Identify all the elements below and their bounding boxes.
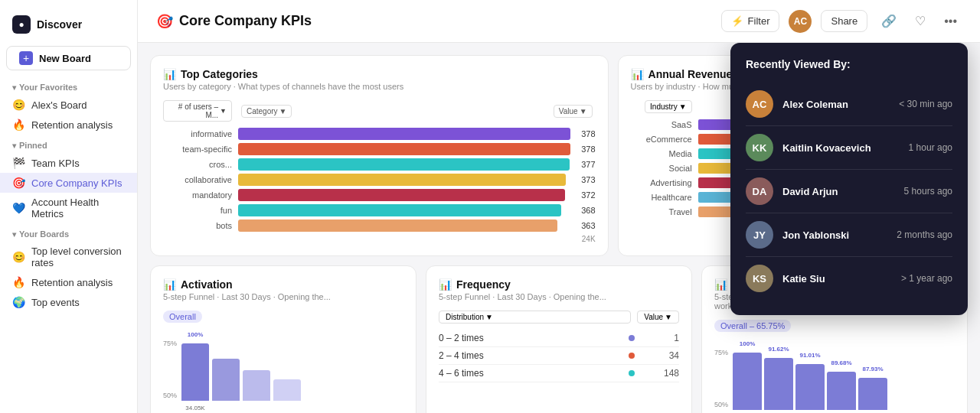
chevron-icon: ▼ (580, 107, 587, 115)
header: 🎯 Core Company KPIs ⚡ Filter AC Share 🔗 … (138, 0, 980, 43)
view-time: < 30 min ago (899, 99, 952, 109)
industry-label: Media (631, 149, 692, 158)
chart-icon: 📊 (163, 278, 176, 291)
top-categories-chart: informative 378 team-specific 378 cros..… (163, 128, 596, 232)
sidebar-section-label: ▾ Your Favorites (0, 76, 137, 95)
y-axis: 75% 50% (714, 349, 728, 410)
onboarding-bar-group: 91.62%20.55K (764, 358, 793, 410)
activation-overall-label: Overall (163, 311, 403, 323)
content-area: 📊 Top Categories Users by category · Wha… (138, 43, 980, 413)
frequency-value: 1 (641, 333, 679, 343)
link-icon-button[interactable]: 🔗 (877, 9, 901, 33)
value-col-header[interactable]: Value ▼ (637, 311, 679, 324)
bar-value: 378 (581, 129, 595, 138)
top-categories-card: 📊 Top Categories Users by category · Wha… (150, 55, 609, 256)
view-time: 1 hour ago (909, 142, 952, 153)
recently-viewed-item: KS Katie Siu > 1 year ago (746, 257, 952, 300)
sidebar-item-emoji: 🌍 (12, 296, 25, 308)
industry-label: Travel (631, 207, 692, 216)
activation-bar-group: 100%34.05K (181, 343, 209, 401)
sidebar-item-label: Core Company KPIs (31, 177, 122, 189)
bar-label: collaborative (163, 175, 232, 184)
sidebar-logo: ● Discover (0, 9, 137, 43)
sidebar-item-label: Retention analysis (31, 119, 113, 131)
onboarding-bar: 100%11.17K (733, 353, 762, 410)
heart-icon-button[interactable]: ♡ (910, 9, 930, 33)
channel-filter[interactable]: # of users – M... ▼ (163, 100, 232, 122)
frequency-value: 34 (641, 350, 679, 361)
bar-track (238, 204, 572, 216)
category-col-header[interactable]: Category ▼ (241, 105, 292, 118)
bar-value: 378 (581, 145, 595, 154)
user-avatar: JY (746, 221, 773, 249)
bar-track (238, 158, 572, 171)
industry-label: Advertising (631, 178, 692, 187)
onboarding-bar-group: 100%11.17K (733, 353, 762, 410)
chevron-icon: ▼ (279, 107, 287, 115)
sidebar-item[interactable]: 💙Account Health Metrics (0, 193, 137, 223)
sidebar-item-label: Retention analysis (31, 277, 113, 288)
chevron-icon: ▼ (220, 107, 227, 115)
sidebar: ● Discover + New Board ▾ Your Favorites😊… (0, 0, 138, 413)
more-options-button[interactable]: ••• (939, 10, 962, 33)
sidebar-item-emoji: 🎯 (12, 177, 25, 189)
value-col-header[interactable]: Value ▼ (554, 105, 593, 118)
frequency-table: 0 – 2 times 1 2 – 4 times 34 4 – 6 times… (439, 330, 679, 382)
sidebar-item[interactable]: 😊Top level conversion rates (0, 242, 137, 272)
industry-label: SaaS (631, 120, 692, 129)
sidebar-item-label: Alex's Board (31, 99, 87, 111)
bar-count-label: 34.05K (185, 405, 204, 411)
bar-track (238, 128, 572, 140)
industry-label: Healthcare (631, 193, 692, 202)
sidebar-item-label: Top level conversion rates (31, 246, 125, 268)
bar-fill (238, 189, 565, 201)
bar-row: informative 378 (163, 128, 596, 140)
bar-percent-label: 87.93% (862, 366, 883, 372)
user-name: David Arjun (782, 186, 895, 197)
bar-percent-label: 100% (188, 331, 203, 338)
share-button[interactable]: Share (821, 10, 867, 32)
recently-viewed-popup: Recently Viewed By: AC Alex Coleman < 30… (730, 43, 968, 315)
activation-bar-group (243, 370, 270, 401)
onboarding-bar: 89.68%23.5% (827, 372, 856, 410)
activation-bar (212, 359, 240, 401)
sidebar-section-label: ▾ Pinned (0, 135, 137, 153)
bar-fill (238, 174, 566, 186)
frequency-dot (629, 353, 635, 359)
bar-label: bots (163, 221, 232, 230)
new-board-button[interactable]: + New Board (6, 46, 131, 70)
bar-value: 368 (581, 206, 595, 215)
sidebar-item-label: Top events (31, 297, 80, 308)
sidebar-item[interactable]: 😊Alex's Board (0, 95, 137, 115)
header-right: ⚡ Filter AC Share 🔗 ♡ ••• (721, 9, 962, 33)
chart-icon: 📊 (439, 278, 452, 291)
sidebar-item[interactable]: 🏁Team KPIs (0, 153, 137, 173)
user-name: Alex Coleman (782, 99, 890, 110)
bar-row: team-specific 378 (163, 143, 596, 155)
sidebar-item[interactable]: 🔥Retention analysis (0, 272, 137, 292)
filter-button[interactable]: ⚡ Filter (721, 10, 780, 32)
chevron-icon: ▼ (679, 102, 687, 111)
user-avatar: DA (746, 177, 773, 205)
sidebar-item[interactable]: 🎯Core Company KPIs (0, 173, 137, 193)
plus-icon: + (19, 51, 33, 65)
sidebar-item[interactable]: 🌍Top events (0, 292, 137, 312)
bar-label: mandatory (163, 190, 232, 200)
frequency-row: 2 – 4 times 34 (439, 347, 679, 365)
onboarding-bar-group: 91.01%25.99K (795, 364, 825, 410)
onboarding-bars: 100%11.17K91.62%20.55K91.01%25.99K89.68%… (733, 353, 955, 410)
user-avatar[interactable]: AC (789, 10, 812, 33)
chart-icon: 📊 (631, 68, 644, 80)
page-title: Core Company KPIs (179, 13, 312, 29)
top-categories-title: 📊 Top Categories (163, 68, 596, 80)
top-categories-subtitle: Users by category · What types of channe… (163, 82, 596, 91)
channel-filter-label: 24K (163, 235, 596, 243)
channel-col-label: # of users – M... (168, 102, 218, 119)
distribution-col-header[interactable]: Distribution ▼ (439, 311, 631, 324)
activation-bar-group (212, 359, 240, 401)
sidebar-item[interactable]: 🔥Retention analysis (0, 115, 137, 135)
bar-track (238, 220, 572, 232)
bar-value: 372 (581, 190, 595, 200)
bar-fill (238, 158, 570, 171)
industry-col-header[interactable]: Industry ▼ (645, 100, 691, 113)
